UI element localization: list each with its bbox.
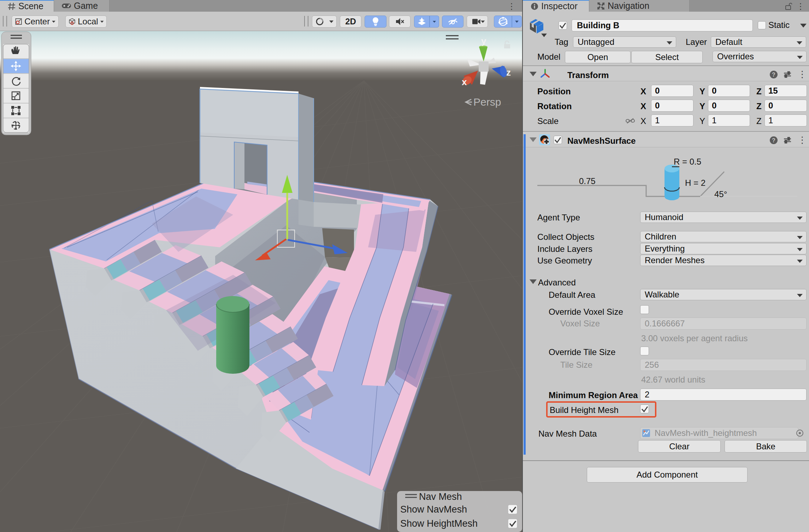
svg-text:0.75: 0.75 <box>579 176 596 186</box>
svg-text:R = 0.5: R = 0.5 <box>674 157 701 166</box>
svg-text:x: x <box>462 77 467 87</box>
svg-text:H = 2: H = 2 <box>685 178 705 188</box>
svg-text:Nav Mesh: Nav Mesh <box>419 491 462 502</box>
svg-text:Persp: Persp <box>473 96 501 108</box>
svg-text:Show NavMesh: Show NavMesh <box>400 504 467 515</box>
svg-text:Show HeightMesh: Show HeightMesh <box>400 518 478 529</box>
svg-text:45°: 45° <box>714 189 727 199</box>
svg-text:z: z <box>506 67 511 78</box>
svg-text:y: y <box>481 36 486 46</box>
